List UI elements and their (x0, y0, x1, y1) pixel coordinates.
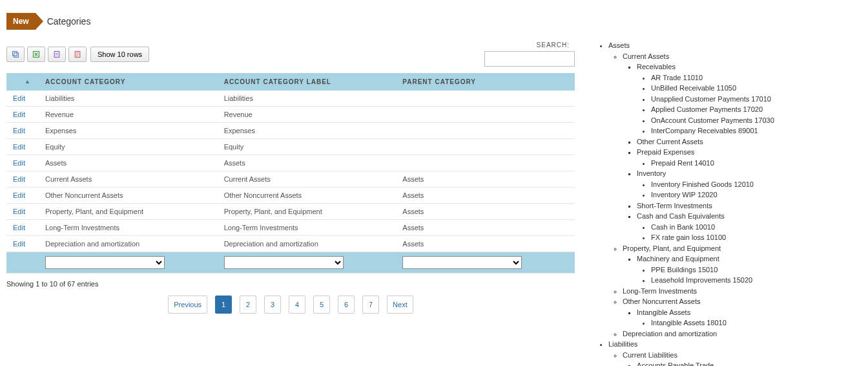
new-ribbon[interactable]: New (6, 13, 36, 30)
cell-category: Property, Plant, and Equipment (39, 204, 218, 220)
export-csv-icon-button[interactable] (48, 47, 66, 62)
edit-link[interactable]: Edit (13, 94, 25, 102)
page-2[interactable]: 2 (240, 296, 256, 314)
tree-node[interactable]: Short-Term Investments (637, 200, 862, 211)
cell-category: Other Noncurrent Assets (39, 188, 218, 204)
csv-icon (53, 50, 61, 58)
tree-node[interactable]: Property, Plant, and EquipmentMachinery … (623, 243, 862, 286)
tree-node[interactable]: InventoryInventory Finished Goods 12010I… (637, 168, 862, 200)
edit-link[interactable]: Edit (13, 175, 25, 183)
cell-label: Expenses (218, 123, 397, 139)
filter-label-select[interactable] (224, 256, 344, 269)
tree-node[interactable]: Intangible Assets 18010 (651, 318, 862, 328)
page-6[interactable]: 6 (338, 296, 355, 314)
page-1[interactable]: 1 (215, 296, 232, 314)
tree-node-label: Unapplied Customer Payments 17010 (651, 95, 771, 103)
col-label-header[interactable]: ACCOUNT CATEGORY LABEL (218, 73, 397, 91)
export-pdf-icon-button[interactable] (68, 47, 87, 62)
tree-node-label: Liabilities (608, 340, 637, 348)
tree-node-label: OnAccount Customer Payments 17030 (651, 116, 774, 124)
svg-rect-1 (14, 52, 19, 57)
tree-node[interactable]: Machinery and EquipmentPPE Buildings 150… (637, 253, 862, 286)
cell-category: Depreciation and amortization (39, 236, 218, 252)
tree-node[interactable]: Other Noncurrent AssetsIntangible Assets… (623, 296, 862, 328)
sort-icon: ▲ (25, 78, 31, 85)
tree-node[interactable]: Inventory WIP 12020 (651, 189, 862, 200)
table-row: EditRevenueRevenue (6, 107, 575, 123)
tree-node[interactable]: OnAccount Customer Payments 17030 (651, 115, 862, 126)
edit-link[interactable]: Edit (13, 159, 25, 167)
tree-node[interactable]: Intangible AssetsIntangible Assets 18010 (637, 307, 862, 328)
next-button[interactable]: Next (387, 296, 413, 314)
tree-node[interactable]: Depreciation and amortization (623, 328, 862, 339)
tree-node[interactable]: Current LiabilitiesAccounts Payable Trad… (623, 350, 862, 367)
edit-link[interactable]: Edit (13, 224, 25, 231)
tree-node[interactable]: Applied Customer Payments 17020 (651, 104, 862, 115)
tree-node[interactable]: PPE Buildings 15010 (651, 264, 862, 275)
tree-node[interactable]: InterCompany Receivables 89001 (651, 125, 862, 136)
tree-node[interactable]: UnBilled Receivable 11050 (651, 83, 862, 94)
col-edit-header[interactable]: ▲ (6, 73, 39, 91)
tree-node-label: Prepaid Expenses (637, 148, 694, 156)
copy-icon-button[interactable] (6, 47, 25, 62)
page-5[interactable]: 5 (313, 296, 330, 314)
edit-link[interactable]: Edit (13, 208, 25, 215)
pdf-icon (74, 50, 81, 58)
page-7[interactable]: 7 (362, 296, 379, 314)
tree-node-label: PPE Buildings 15010 (651, 266, 718, 274)
tree-node[interactable]: Other Current Assets (637, 136, 862, 147)
cell-parent (396, 123, 575, 139)
tree-node-label: Prepaid Rent 14010 (651, 159, 714, 167)
tree-node[interactable]: AR Trade 11010 (651, 72, 862, 83)
edit-link[interactable]: Edit (13, 191, 25, 199)
tree-node[interactable]: Current AssetsReceivablesAR Trade 11010U… (623, 51, 862, 243)
tree-node-label: Intangible Assets 18010 (651, 319, 727, 327)
tree-node-label: Cash and Cash Equivalents (637, 212, 725, 220)
tree-node-label: Applied Customer Payments 17020 (651, 105, 763, 113)
tree-node[interactable]: Long-Term Investments (623, 286, 862, 297)
cell-category: Current Assets (39, 171, 218, 188)
tree-node[interactable]: Accounts Payable TradeAP Trade 20010 (637, 360, 862, 366)
cell-parent: Assets (396, 188, 575, 204)
tree-node-label: Leasehold Improvements 15020 (651, 276, 752, 284)
filter-parent-select[interactable] (402, 256, 522, 269)
export-excel-icon-button[interactable] (27, 47, 45, 62)
tree-node[interactable]: ReceivablesAR Trade 11010UnBilled Receiv… (637, 61, 862, 136)
tree-node[interactable]: Prepaid ExpensesPrepaid Rent 14010 (637, 147, 862, 168)
tree-node[interactable]: FX rate gain loss 10100 (651, 232, 862, 243)
copy-icon (12, 50, 19, 58)
tree-node[interactable]: Leasehold Improvements 15020 (651, 275, 862, 286)
tree-node[interactable]: Inventory Finished Goods 12010 (651, 179, 862, 190)
page-4[interactable]: 4 (289, 296, 305, 314)
edit-link[interactable]: Edit (13, 240, 25, 248)
categories-table: ▲ ACCOUNT CATEGORY ACCOUNT CATEGORY LABE… (6, 73, 575, 274)
cell-label: Current Assets (218, 171, 397, 188)
cell-label: Other Noncurrent Assets (218, 188, 397, 204)
tree-node-label: Depreciation and amortization (623, 330, 717, 338)
edit-link[interactable]: Edit (13, 111, 25, 118)
tree-node[interactable]: Cash and Cash EquivalentsCash in Bank 10… (637, 211, 862, 243)
tree-node[interactable]: Prepaid Rent 14010 (651, 158, 862, 169)
edit-link[interactable]: Edit (13, 143, 25, 151)
page-3[interactable]: 3 (264, 296, 281, 314)
cell-label: Long-Term Investments (218, 220, 397, 236)
show-rows-button[interactable]: Show 10 rows (90, 47, 149, 62)
cell-parent (396, 155, 575, 171)
col-parent-header[interactable]: PARENT CATEGORY (396, 73, 575, 91)
tree-node-label: Short-Term Investments (637, 202, 712, 210)
tree-node[interactable]: LiabilitiesCurrent LiabilitiesAccounts P… (608, 339, 862, 366)
cell-parent: Assets (396, 171, 575, 188)
tree-node-label: Property, Plant, and Equipment (623, 244, 721, 252)
col-category-header[interactable]: ACCOUNT CATEGORY (39, 73, 218, 91)
search-input[interactable] (484, 51, 575, 67)
tree-node[interactable]: AssetsCurrent AssetsReceivablesAR Trade … (608, 40, 862, 339)
tree-node[interactable]: Unapplied Customer Payments 17010 (651, 94, 862, 105)
edit-link[interactable]: Edit (13, 127, 25, 135)
filter-category-select[interactable] (45, 256, 165, 269)
tree-node[interactable]: Cash in Bank 10010 (651, 222, 862, 233)
table-row: EditLiabilitiesLiabilities (6, 91, 575, 107)
tree-node-label: Assets (608, 41, 630, 49)
previous-button[interactable]: Previous (168, 296, 207, 314)
cell-label: Liabilities (218, 91, 397, 107)
tree-node-label: Other Noncurrent Assets (623, 297, 700, 305)
